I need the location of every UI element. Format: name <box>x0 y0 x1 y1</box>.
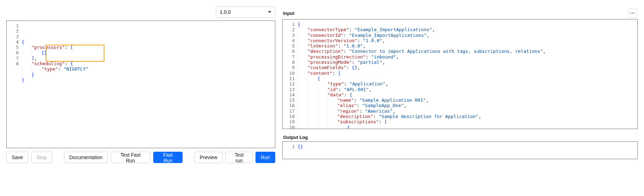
config-editor-gutter: 12345678 <box>7 21 22 85</box>
code-line: "lxVersion": "1.0.0", <box>298 43 637 49</box>
code-line: { <box>298 125 637 129</box>
input-editor[interactable]: 1234567891011121314151617181920 { "conne… <box>282 19 638 129</box>
documentation-button[interactable]: Documentation <box>64 152 108 163</box>
code-line: "alias": "SampleApp_One", <box>298 103 637 108</box>
code-line: {} <box>298 144 637 149</box>
code-line: "connectorVersion": "1.0.0", <box>298 38 637 43</box>
test-run-button[interactable]: Test run <box>225 152 253 163</box>
code-line: "processingMode": "partial", <box>298 60 637 65</box>
output-editor-gutter: 1 <box>283 142 298 151</box>
code-line: "data": { <box>298 92 637 97</box>
stop-button[interactable]: Stop <box>31 152 52 163</box>
code-line: } <box>22 77 275 83</box>
code-line: "content": [ <box>298 71 637 76</box>
code-line: "customFields": {}, <box>298 65 637 70</box>
save-button[interactable]: Save <box>6 152 28 163</box>
ellipsis-icon: ⋯ <box>630 10 635 16</box>
fast-run-button[interactable]: Fast Run <box>153 152 183 163</box>
code-line: "id": "APL-001", <box>298 87 637 92</box>
code-line: "connectorId": "Example_ImportApplicatio… <box>298 33 637 38</box>
version-select[interactable]: 1.0.0 <box>216 6 275 18</box>
code-line: } <box>22 72 275 77</box>
output-log-label: Output Log <box>283 135 308 140</box>
code-line: {} <box>22 50 275 55</box>
code-line: "type": "NIGHTLY" <box>22 66 275 72</box>
output-editor[interactable]: 1 {} <box>282 141 638 159</box>
code-line: "connectorType": "Example_ImportApplicat… <box>298 27 637 32</box>
code-line: "processingDirection": "inbound", <box>298 54 637 60</box>
code-line: "type": "Application", <box>298 81 637 86</box>
test-fast-run-button[interactable]: Test Fast Run <box>111 152 150 163</box>
code-line: "scheduling": { <box>22 61 275 66</box>
run-button[interactable]: Run <box>255 152 275 163</box>
input-section-label: Input <box>283 11 294 16</box>
input-editor-gutter: 1234567891011121314151617181920 <box>283 19 298 129</box>
code-line: ], <box>22 56 275 61</box>
code-line: { <box>298 22 637 27</box>
code-line: "description": "Sample description for A… <box>298 114 637 119</box>
code-line: { <box>22 39 275 45</box>
code-line: { <box>298 76 637 81</box>
preview-button[interactable]: Preview <box>194 152 223 163</box>
code-line: "subscriptions": [ <box>298 119 637 124</box>
config-editor[interactable]: 12345678 { "processors": [ {} ], "schedu… <box>6 21 275 148</box>
code-line: "description": "Connector to import Appl… <box>298 49 637 54</box>
code-line: "processors": [ <box>22 45 275 50</box>
code-line: "region": "Americas", <box>298 108 637 114</box>
code-line: "name": "Sample Application 001", <box>298 97 637 103</box>
more-menu-button[interactable]: ⋯ <box>628 9 637 18</box>
